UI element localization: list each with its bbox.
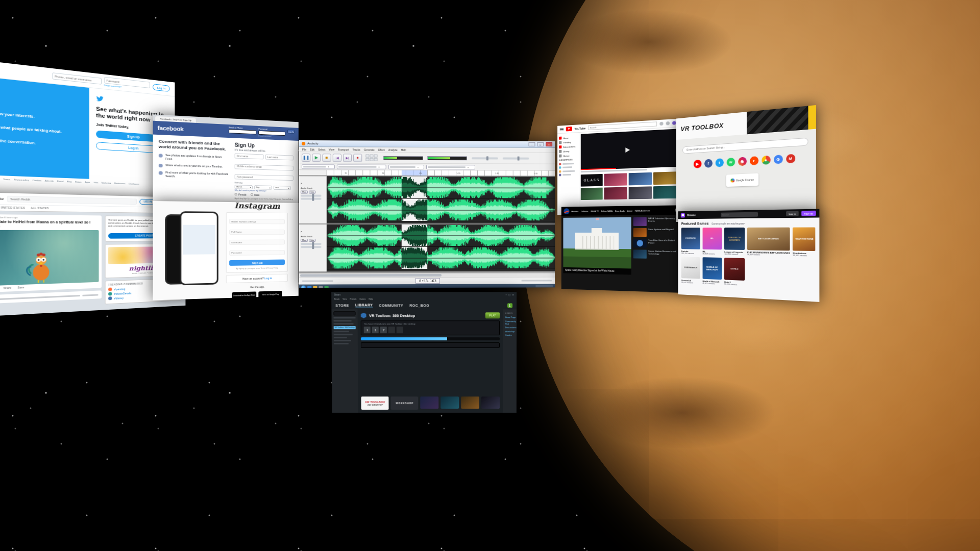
- twitch-signup-button[interactable]: Sign Up: [801, 211, 816, 216]
- article-item[interactable]: True-Blue View of a Distant Planet: [633, 239, 679, 248]
- host-dropdown[interactable]: ▾: [302, 164, 335, 169]
- game-card-pubg[interactable]: BATTLEGROUNDS PLAYERUNKNOWN'S BATTLEGROU…: [747, 228, 790, 257]
- username-input[interactable]: [229, 240, 285, 245]
- game-list-item[interactable]: [334, 334, 353, 335]
- system-tray[interactable]: [535, 285, 553, 288]
- taskbar-app-icon[interactable]: [325, 286, 329, 288]
- subscription-channel[interactable]: [559, 169, 577, 172]
- pause-button[interactable]: ❚❚: [302, 154, 310, 162]
- nav-galleries[interactable]: Galleries: [581, 210, 589, 212]
- post-share-button[interactable]: Share: [4, 287, 11, 290]
- selected-game-item[interactable]: VR Toolbox: 360 Desktop: [334, 326, 356, 329]
- twitter-footer-link[interactable]: Marketing: [102, 182, 111, 185]
- twitter-footer-link[interactable]: Businesses: [114, 182, 126, 185]
- taskbar-browser-icon[interactable]: [307, 286, 311, 288]
- play-button[interactable]: PLAY: [485, 312, 500, 318]
- subscription-channel[interactable]: [559, 162, 577, 165]
- track-2-waveform[interactable]: [327, 224, 555, 271]
- reddit-search-input[interactable]: [7, 195, 137, 204]
- google-finance-card[interactable]: Google Finance: [726, 173, 758, 187]
- shortcut-google-icon[interactable]: G: [773, 155, 782, 164]
- menu-generate[interactable]: Generate: [364, 148, 375, 151]
- twitter-footer-link[interactable]: Status: [75, 181, 82, 183]
- achievement-tile[interactable]: 1: [372, 327, 379, 333]
- channels-dropdown[interactable]: ▾: [388, 164, 424, 169]
- menu-analyze[interactable]: Analyze: [388, 148, 398, 151]
- mic-slider[interactable]: [503, 157, 529, 159]
- game-card-dota2[interactable]: DOTA 2 Dota 2 55,230 viewers: [724, 258, 745, 286]
- video-thumbnail-glass[interactable]: GLASS: [581, 174, 603, 187]
- draw-tool[interactable]: [374, 155, 378, 158]
- video-thumbnail[interactable]: [581, 188, 603, 201]
- selection-tool[interactable]: [365, 155, 369, 158]
- taskbar-explorer-icon[interactable]: [313, 286, 317, 288]
- sidebar-item-library[interactable]: Library: [559, 149, 577, 153]
- reddit-post-collapsed[interactable]: [0, 291, 102, 305]
- subscription-channel[interactable]: [559, 173, 577, 176]
- multi-tool[interactable]: [374, 158, 378, 161]
- menu-icon[interactable]: [560, 128, 564, 131]
- appstore-badge[interactable]: Download on the App Store: [232, 292, 256, 299]
- menu-steam[interactable]: Steam: [334, 298, 339, 300]
- achievement-tile[interactable]: 7: [380, 327, 387, 333]
- achievement-tile-locked[interactable]: ·: [388, 327, 395, 333]
- menu-select[interactable]: Select: [318, 148, 325, 151]
- game-card-overwatch[interactable]: OVERWATCH Overwatch 29,841 viewers: [681, 257, 700, 284]
- sidebar-item-history[interactable]: History: [559, 154, 577, 157]
- menu-file[interactable]: File: [302, 148, 306, 151]
- timeline-ruler[interactable]: 1530 451:00 1:151:30: [299, 170, 555, 176]
- video-thumbnail[interactable]: [628, 172, 652, 186]
- nav-store[interactable]: STORE: [335, 304, 349, 307]
- playback-device-dropdown[interactable]: ▾: [426, 164, 475, 169]
- minimize-button[interactable]: –: [506, 293, 507, 296]
- menu-effect[interactable]: Effect: [378, 148, 385, 151]
- track-gain-slider[interactable]: [301, 195, 322, 197]
- twitch-search-input[interactable]: [721, 212, 758, 217]
- library-search-input[interactable]: [333, 311, 356, 315]
- post-image-heihei-painting[interactable]: [0, 230, 99, 286]
- full-name-input[interactable]: [229, 230, 285, 235]
- menu-tracks[interactable]: Tracks: [353, 148, 360, 151]
- maximize-button[interactable]: ▢: [508, 293, 510, 296]
- nav-nasa-tv[interactable]: NASA TV: [591, 210, 599, 212]
- selection-time-display[interactable]: 0:53.163: [415, 278, 440, 284]
- facebook-logo[interactable]: facebook: [158, 124, 184, 132]
- video-thumbnail[interactable]: [653, 186, 677, 199]
- shortcut-chrome-icon[interactable]: ●: [762, 155, 770, 164]
- record-button[interactable]: ●: [353, 154, 362, 162]
- twitter-footer-link[interactable]: Privacy policy: [14, 178, 29, 181]
- nav-follow[interactable]: Follow NASA: [601, 210, 612, 212]
- envelope-tool[interactable]: [370, 155, 373, 158]
- article-item[interactable]: Space Station Research and Technology: [633, 249, 679, 259]
- twitter-topbar-login-button[interactable]: Log in: [153, 84, 170, 92]
- nav-about[interactable]: About: [627, 209, 632, 212]
- male-radio[interactable]: Male: [251, 193, 259, 196]
- sidebar-item-trending[interactable]: Trending: [559, 140, 577, 144]
- track-name[interactable]: Audio Track: [301, 235, 325, 238]
- play-icon[interactable]: [625, 147, 630, 153]
- game-card-irl[interactable]: IRL IRL 46,318 viewers: [702, 228, 722, 255]
- nav-profile[interactable]: ROC_BOG: [409, 304, 429, 307]
- last-name-input[interactable]: [265, 155, 293, 161]
- post-title[interactable]: [Fanart] I relate to HeiHei from Moana o…: [0, 219, 99, 229]
- achievement-tile-locked[interactable]: ·: [397, 327, 403, 333]
- twitter-footer-link[interactable]: Blog: [67, 180, 71, 183]
- track-close-button[interactable]: ×: [301, 230, 302, 233]
- volume-slider[interactable]: [472, 157, 498, 159]
- waveform-left-channel[interactable]: [327, 224, 555, 247]
- instagram-login-link[interactable]: Log in: [264, 277, 272, 280]
- game-card-fortnite[interactable]: FORTNITE Fortnite 131,204 viewers: [681, 228, 700, 255]
- waveform-right-channel[interactable]: [327, 247, 555, 270]
- track-gain-slider[interactable]: [301, 243, 322, 245]
- video-thumbnail[interactable]: [604, 173, 627, 186]
- workshop-tile[interactable]: WORKSHOP: [391, 396, 419, 410]
- shortcut-instagram-icon[interactable]: ◉: [738, 157, 747, 166]
- game-list-item[interactable]: [334, 317, 356, 318]
- nav-community[interactable]: COMMUNITY: [379, 304, 403, 307]
- skip-start-button[interactable]: |◀: [333, 154, 341, 162]
- menu-friends[interactable]: Friends: [350, 298, 356, 300]
- screenshot-thumbnail[interactable]: [481, 396, 500, 409]
- track-name[interactable]: Audio Track: [301, 187, 325, 189]
- mute-button[interactable]: Mute: [301, 239, 308, 242]
- vr-toolbox-logo-tile[interactable]: VR TOOLBOX 360 DESKTOP: [361, 396, 389, 410]
